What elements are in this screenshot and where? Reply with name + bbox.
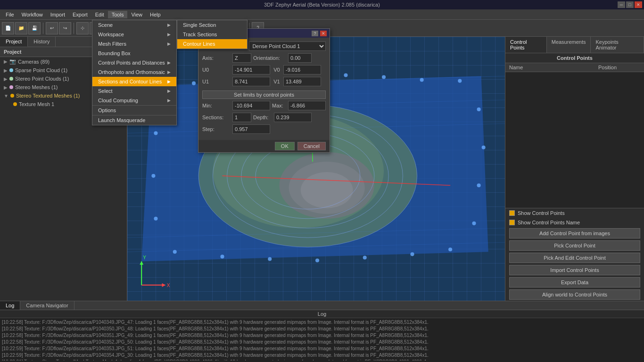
log-content[interactable]: [10:22:58] Texture: F:/3Dflow/Zep/discar… — [0, 318, 644, 361]
tab-control-points[interactable]: Control Points — [505, 37, 547, 53]
tools-dropdown: Scene ▶ Workspace ▶ Mesh Filters ▶ Bound… — [92, 20, 177, 125]
depth-input[interactable] — [274, 113, 312, 122]
export-data-btn[interactable]: Export Data — [509, 277, 640, 288]
menu-orthophoto[interactable]: Orthophoto and Orthomosaic ▶ — [92, 67, 176, 77]
sections-input[interactable] — [232, 113, 251, 122]
tab-project[interactable]: Project — [0, 37, 28, 47]
tab-measurements[interactable]: Measurements — [547, 37, 591, 53]
log-tab-log[interactable]: Log — [0, 301, 20, 310]
svg-point-29 — [472, 222, 476, 225]
svg-point-27 — [482, 146, 486, 149]
scene-label: Scene — [98, 22, 113, 28]
scene-arrow: ▶ — [167, 23, 171, 27]
minimize-button[interactable]: ─ — [618, 1, 625, 8]
show-cpname-checkbox[interactable] — [509, 220, 515, 225]
stereo-mesh-icon: ▶ — [4, 85, 8, 90]
add-cp-from-images-btn[interactable]: Add Control Point from images — [509, 228, 640, 239]
pick-edit-cp-btn[interactable]: Pick And Edit Control Point — [509, 253, 640, 263]
svg-point-36 — [315, 258, 319, 262]
v0-label: V0 — [272, 67, 281, 73]
min-input[interactable] — [232, 101, 270, 110]
svg-point-30 — [154, 131, 157, 135]
menu-view[interactable]: View — [127, 11, 146, 18]
min-label: Min: — [202, 103, 231, 108]
cameras-label: Cameras (89) — [18, 59, 50, 65]
tab-keypoints[interactable]: Keypoints Animator — [591, 37, 644, 53]
dialog-help-btn[interactable]: ? — [312, 31, 318, 36]
log-line: [10:22:59] Texture: F:/3Dflow/Zep/discar… — [2, 346, 642, 352]
log-tabs: Log Camera Navigator — [0, 301, 644, 310]
set-limits-btn[interactable]: Set limits by control points — [202, 90, 326, 99]
cpd-arrow: ▶ — [167, 60, 171, 65]
menu-import[interactable]: Import — [47, 11, 69, 18]
orientation-label: Orientation: — [253, 55, 286, 61]
texture-mesh-label: Texture Mesh 1 — [19, 101, 54, 107]
menu-workflow[interactable]: Workflow — [18, 11, 47, 18]
menu-bounding-box[interactable]: Bounding Box — [92, 49, 176, 58]
dialog-cancel-btn[interactable]: Cancel — [297, 142, 326, 150]
log-title: Log — [0, 310, 644, 318]
menu-workspace[interactable]: Workspace ▶ — [92, 30, 176, 39]
v1-input[interactable] — [283, 77, 321, 86]
u0-input[interactable] — [232, 65, 270, 74]
show-control-points-row: Show Control Points — [505, 208, 644, 218]
redo-btn[interactable]: ↪ — [59, 22, 71, 34]
select-btn[interactable]: ⊹ — [76, 22, 89, 34]
menu-export[interactable]: Export — [69, 11, 91, 18]
open-btn[interactable]: 📁 — [15, 22, 27, 34]
textured-icon: ▼ — [4, 93, 8, 99]
spc-select[interactable]: Dense Point Cloud 1 — [249, 41, 326, 51]
menu-sections-contour[interactable]: Sections and Contour Lines ▶ — [92, 77, 176, 86]
right-panel-tabs: Control Points Measurements Keypoints An… — [505, 37, 644, 53]
undo-btn[interactable]: ↩ — [46, 22, 58, 34]
save-btn[interactable]: 💾 — [28, 22, 41, 34]
close-button[interactable]: ✕ — [635, 1, 642, 8]
align-world-btn[interactable]: Align world to Control Points — [509, 289, 640, 300]
v0-input[interactable] — [283, 65, 321, 74]
menu-file[interactable]: File — [2, 11, 18, 18]
menu-edit[interactable]: Edit — [91, 11, 108, 18]
orientation-input[interactable] — [288, 53, 312, 63]
submenu-contour-lines[interactable]: Contour Lines — [177, 39, 247, 49]
pick-cp-btn[interactable]: Pick Control Point — [509, 240, 640, 251]
tab-history[interactable]: History — [28, 37, 56, 47]
dialog-ok-btn[interactable]: OK — [275, 142, 295, 150]
svg-point-34 — [220, 255, 224, 258]
log-line: [10:22:58] Texture: F:/3Dflow/Zep/discar… — [2, 326, 642, 332]
menu-scene[interactable]: Scene ▶ — [92, 20, 176, 30]
sections-label: Sections and Contour Lines — [98, 79, 162, 84]
menu-cloud-computing[interactable]: Cloud Computing ▶ — [92, 96, 176, 105]
svg-text:X: X — [167, 283, 170, 288]
u1-label: U1 — [202, 79, 231, 84]
log-tab-camera-nav[interactable]: Camera Navigator — [20, 301, 74, 310]
menu-select[interactable]: Select ▶ — [92, 86, 176, 96]
maximize-button[interactable]: □ — [626, 1, 634, 8]
show-cp-checkbox[interactable] — [509, 210, 515, 216]
submenu-track-sections[interactable]: Track Sections — [177, 30, 247, 39]
sparse-icon: ▶ — [4, 68, 8, 73]
dialog-close-btn[interactable]: ✕ — [320, 31, 327, 36]
svg-marker-44 — [162, 283, 165, 287]
menu-help[interactable]: Help — [146, 11, 165, 18]
menu-tools[interactable]: Tools — [108, 11, 128, 18]
show-cp-name-row: Show Control Points Name — [505, 218, 644, 227]
masquerade-label: Launch Masquerade — [98, 117, 145, 123]
sep2 — [74, 23, 74, 34]
orthophoto-arrow: ▶ — [167, 70, 171, 74]
import-cp-btn[interactable]: Import Control Points — [509, 265, 640, 275]
svg-point-33 — [173, 250, 177, 254]
dialog-body: Stereo Point Cloud: Dense Point Cloud 1 … — [198, 38, 330, 140]
sep1 — [43, 23, 43, 34]
u1-input[interactable] — [232, 77, 270, 86]
menu-options[interactable]: Options — [92, 105, 176, 115]
step-input[interactable] — [232, 124, 270, 134]
new-btn[interactable]: 📄 — [2, 22, 14, 34]
max-input[interactable] — [288, 101, 326, 110]
submenu-single-section[interactable]: Single Section — [177, 20, 247, 30]
axis-input[interactable] — [232, 53, 251, 63]
menu-launch-masquerade[interactable]: Launch Masquerade — [92, 115, 176, 125]
menu-control-points-dist[interactable]: Control Points and Distances ▶ — [92, 58, 176, 67]
svg-point-24 — [420, 78, 424, 82]
sections-submenu: Single Section Track Sections Contour Li… — [177, 20, 248, 49]
menu-mesh-filters[interactable]: Mesh Filters ▶ — [92, 39, 176, 49]
